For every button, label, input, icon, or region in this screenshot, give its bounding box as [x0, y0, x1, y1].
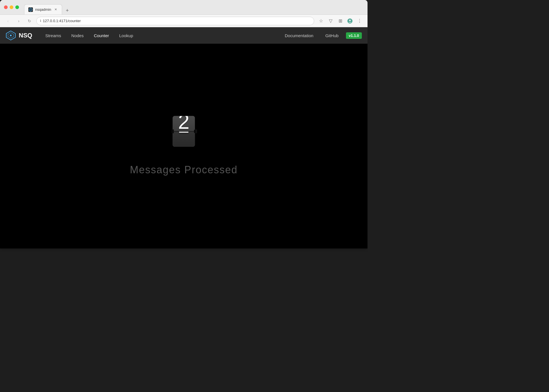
nav-nodes[interactable]: Nodes: [67, 31, 88, 40]
browser-window: nsqadmin ✕ + ‹ › ↻ ℹ 127.0.0.1:4171/coun…: [0, 0, 368, 248]
messages-label: Messages Processed: [130, 164, 238, 176]
hinge-left: [172, 130, 174, 133]
digit-top-text: 2: [178, 116, 189, 131]
nsq-logo: [6, 30, 16, 41]
back-button[interactable]: ‹: [4, 17, 12, 25]
minimize-button[interactable]: [10, 5, 13, 9]
tab-close-button[interactable]: ✕: [53, 7, 58, 12]
address-bar[interactable]: ℹ 127.0.0.1:4171/counter: [36, 17, 314, 25]
hinge-right: [194, 130, 196, 133]
navbar-brand[interactable]: NSQ: [6, 30, 32, 41]
profile-icon[interactable]: [346, 17, 354, 25]
bookmark-icon[interactable]: ☆: [317, 17, 325, 25]
active-tab[interactable]: nsqadmin ✕: [24, 4, 62, 14]
tab-title: nsqadmin: [35, 7, 51, 12]
app-content: NSQ Streams Nodes Counter Lookup Documen…: [0, 27, 368, 248]
reload-button[interactable]: ↻: [26, 17, 33, 25]
flip-digit-inner: 2 2: [173, 116, 195, 147]
main-content: 2 2 Messages Processed: [0, 44, 368, 248]
nav-github[interactable]: GitHub: [321, 31, 343, 40]
digit-bottom-text: 2: [178, 131, 189, 136]
flip-counter: 2 2: [172, 116, 196, 147]
maximize-button[interactable]: [15, 5, 19, 9]
nav-lookup[interactable]: Lookup: [115, 31, 138, 40]
menu-icon[interactable]: ⋮: [356, 17, 364, 25]
traffic-lights: [4, 5, 19, 9]
tab-favicon: [28, 7, 33, 12]
flip-top: 2: [173, 116, 195, 131]
browser-titlebar: nsqadmin ✕ +: [0, 0, 368, 15]
forward-button[interactable]: ›: [15, 17, 23, 25]
navbar: NSQ Streams Nodes Counter Lookup Documen…: [0, 27, 368, 44]
browser-toolbar: ‹ › ↻ ℹ 127.0.0.1:4171/counter ☆ ▽ ⊞ ⋮: [0, 15, 368, 27]
apps-icon[interactable]: ⊞: [336, 17, 344, 25]
close-button[interactable]: [4, 5, 8, 9]
version-badge: v1.1.0: [346, 32, 362, 39]
nav-counter[interactable]: Counter: [89, 31, 113, 40]
toolbar-actions: ☆ ▽ ⊞ ⋮: [317, 17, 364, 25]
flip-digit-0: 2 2: [172, 116, 195, 147]
navbar-nav: Streams Nodes Counter Lookup: [41, 31, 280, 40]
new-tab-button[interactable]: +: [63, 7, 71, 14]
flip-bottom: 2: [173, 131, 195, 147]
url-display: 127.0.0.1:4171/counter: [43, 19, 81, 23]
nav-streams[interactable]: Streams: [41, 31, 66, 40]
brand-label: NSQ: [19, 32, 32, 39]
security-icon: ℹ: [40, 19, 41, 23]
nav-documentation[interactable]: Documentation: [280, 31, 318, 40]
tab-bar: nsqadmin ✕ +: [24, 0, 71, 14]
extensions-icon[interactable]: ▽: [327, 17, 335, 25]
svg-point-2: [349, 20, 351, 21]
navbar-right: Documentation GitHub v1.1.0: [280, 31, 362, 40]
svg-point-5: [10, 35, 12, 36]
